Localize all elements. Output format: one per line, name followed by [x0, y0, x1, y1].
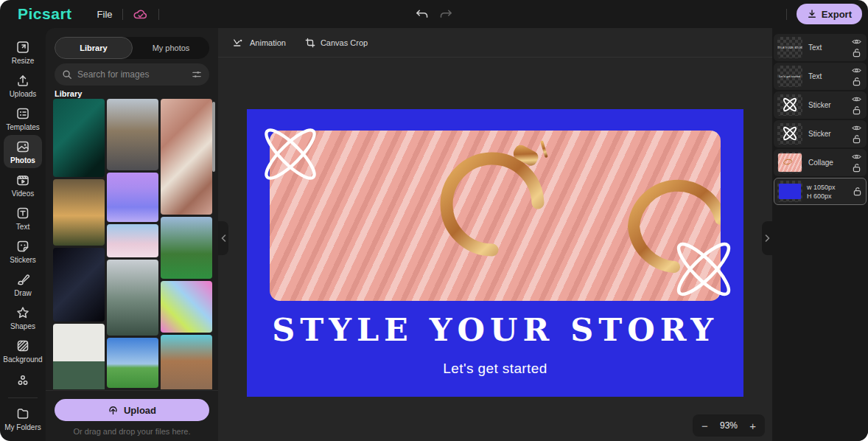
flower-sticker-bottom-right[interactable] [667, 232, 741, 306]
right-panel-collapse[interactable] [762, 221, 772, 255]
gold-earrings [270, 131, 721, 301]
layer-label: Sticker [808, 130, 831, 138]
zoom-out-button[interactable]: − [701, 420, 708, 431]
photo-thumbnail-brick-wall[interactable] [53, 324, 105, 389]
layer-thumbnail: STYLE YOUR STORY [777, 37, 802, 58]
visibility-eye-icon[interactable] [852, 96, 861, 103]
top-bar: Picsart File [0, 0, 868, 28]
visibility-eye-icon[interactable] [852, 125, 861, 131]
sidebar-item-draw[interactable]: Draw [4, 268, 42, 301]
photo-thumbnail-sunset-field[interactable] [53, 179, 105, 246]
download-icon [807, 9, 817, 19]
sidebar-item-photos[interactable]: Photos [4, 135, 42, 168]
shapes-icon [15, 305, 30, 320]
left-panel-collapse[interactable] [218, 221, 228, 255]
zoom-level: 93% [708, 420, 749, 431]
layer-thumbnail [777, 123, 802, 145]
photo-thumbnail-park-tree[interactable] [161, 217, 212, 279]
photo-thumbnail-green-meadow[interactable] [107, 338, 158, 388]
earrings-image[interactable] [270, 131, 721, 301]
lock-icon[interactable] [853, 77, 861, 86]
animation-label: Animation [250, 38, 286, 47]
sidebar-item-background[interactable]: Background [4, 334, 42, 367]
sidebar-item-text[interactable]: Text [4, 201, 42, 235]
canvas-title-text[interactable]: STYLE YOUR STORY [247, 311, 743, 348]
sidebar-item-label: Resize [12, 57, 35, 65]
layer-actions [852, 125, 861, 144]
sidebar-item-shapes[interactable]: Shapes [4, 301, 42, 334]
photo-column [161, 99, 212, 389]
divider [46, 390, 218, 391]
layer-row-text[interactable]: STYLE YOUR STORYText [774, 34, 867, 61]
layers-panel: STYLE YOUR STORYTextLet's get startedTex… [772, 28, 868, 441]
layer-row-collage[interactable]: Collage [774, 149, 867, 176]
lock-icon[interactable] [853, 187, 861, 196]
visibility-eye-icon[interactable] [852, 38, 861, 45]
design-canvas[interactable]: STYLE YOUR STORY Let's get started [247, 109, 743, 397]
sidebar-item-more[interactable] [4, 367, 42, 394]
animation-button[interactable]: Animation [233, 38, 286, 47]
uploads-icon [15, 73, 30, 88]
layer-row-sticker[interactable]: Sticker [774, 120, 867, 147]
sidebar-item-videos[interactable]: Videos [4, 168, 42, 201]
photo-thumbnail-mountain-road[interactable] [107, 260, 158, 336]
lock-icon[interactable] [853, 134, 861, 144]
animation-icon [233, 38, 245, 47]
undo-icon[interactable] [415, 9, 429, 20]
visibility-eye-icon[interactable] [852, 67, 861, 74]
lock-icon[interactable] [853, 163, 861, 173]
photo-thumbnail-pink-abstract[interactable] [161, 281, 212, 333]
sidebar-item-resize[interactable]: Resize [4, 35, 42, 69]
photo-thumbnail-green-sports-car[interactable] [53, 99, 105, 177]
sidebar-item-my-folders[interactable]: My Folders [4, 402, 42, 435]
photo-thumbnail-city-street[interactable] [107, 99, 158, 170]
picsart-logo[interactable]: Picsart [18, 5, 72, 23]
layer-actions [853, 187, 861, 196]
layer-row-sticker[interactable]: Sticker [774, 91, 867, 119]
layer-row-text[interactable]: Let's get startedText [774, 63, 867, 90]
panel-scrollbar[interactable] [212, 102, 215, 172]
cloud-sync-icon[interactable] [133, 8, 149, 21]
lock-icon[interactable] [853, 105, 861, 115]
sidebar-item-stickers[interactable]: Stickers [4, 235, 42, 268]
canvas-subtitle-text[interactable]: Let's get started [247, 361, 743, 377]
canvas-crop-button[interactable]: Canvas Crop [305, 38, 368, 48]
photo-column [53, 99, 105, 389]
zoom-in-button[interactable]: + [749, 420, 756, 431]
folder-icon [15, 406, 30, 421]
file-menu[interactable]: File [97, 9, 113, 20]
layer-thumbnail [777, 181, 802, 202]
sidebar-item-uploads[interactable]: Uploads [4, 69, 42, 102]
layer-row-canvas[interactable]: w 1050pxH 600px [774, 178, 867, 205]
export-button[interactable]: Export [797, 4, 862, 24]
lock-icon[interactable] [853, 48, 861, 58]
sidebar-item-label: Shapes [10, 322, 35, 330]
canvas-height-label: H 600px [807, 192, 836, 200]
zoom-control: − 93% + [693, 414, 765, 437]
panel-tabs: Library My photos [55, 37, 209, 59]
layer-label: Sticker [808, 101, 831, 109]
redo-icon[interactable] [439, 9, 453, 20]
upload-label: Upload [124, 405, 156, 416]
upload-icon [108, 405, 119, 416]
flower-sticker-top-left[interactable] [254, 119, 326, 190]
stickers-icon [15, 239, 30, 254]
photo-thumbnail-night-sky[interactable] [53, 248, 105, 322]
search-input[interactable] [77, 69, 186, 80]
photo-thumbnail-cherry-blossoms[interactable] [107, 224, 158, 257]
photos-icon [15, 139, 30, 154]
sidebar-item-label: Background [3, 355, 42, 364]
filter-icon[interactable] [192, 70, 202, 79]
tab-library[interactable]: Library [55, 37, 133, 59]
canvas-width-label: w 1050px [807, 184, 836, 191]
sidebar-item-label: Stickers [10, 256, 36, 264]
canvas-crop-label: Canvas Crop [321, 38, 368, 47]
visibility-eye-icon[interactable] [852, 153, 861, 160]
tab-my-photos[interactable]: My photos [133, 37, 209, 59]
photo-thumbnail-purple-stairs[interactable] [107, 173, 158, 222]
picsart-editor: Picsart File [0, 0, 868, 441]
sidebar-item-templates[interactable]: Templates [4, 102, 42, 135]
photo-thumbnail-paper-collage[interactable] [161, 99, 212, 215]
upload-button[interactable]: Upload [55, 399, 209, 421]
photo-thumbnail-autumn-street[interactable] [161, 335, 212, 389]
